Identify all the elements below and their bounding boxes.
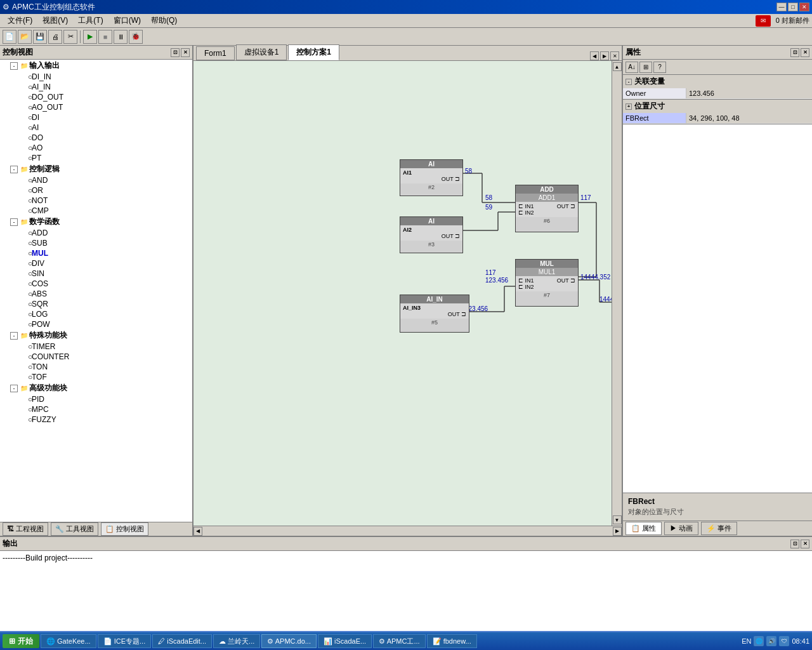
- tab-virtual-device[interactable]: 虚拟设备1: [236, 44, 287, 60]
- props-tab-animation[interactable]: ▶ 动画: [664, 522, 698, 535]
- tab-scroll-right[interactable]: ▶: [600, 51, 609, 60]
- tree-item-tof[interactable]: ○TOF: [0, 372, 192, 382]
- menu-file[interactable]: 文件(F): [3, 14, 37, 27]
- menu-tools[interactable]: 工具(T): [73, 14, 108, 27]
- block-ai1[interactable]: AI AI1 OUT ⊐ #2: [400, 159, 463, 196]
- expand-输入输出[interactable]: -: [10, 62, 18, 70]
- expand-控制逻辑[interactable]: -: [10, 166, 18, 173]
- tree-item-abs[interactable]: ○ABS: [0, 289, 192, 299]
- menu-view[interactable]: 视图(V): [37, 14, 73, 27]
- print-button[interactable]: 🖨: [48, 30, 62, 44]
- tab-control-view[interactable]: 📋 控制视图: [101, 522, 148, 536]
- scroll-down-btn[interactable]: ▼: [613, 515, 622, 524]
- tab-form1[interactable]: Form1: [196, 46, 235, 60]
- tree-item-特殊功能块[interactable]: -📁特殊功能块: [0, 329, 192, 342]
- block-add1[interactable]: ADD ADD1 ⊏ IN1OUT ⊐ ⊏ IN2 #6: [515, 185, 579, 232]
- tree-item-输入输出[interactable]: -📁输入输出: [0, 60, 192, 72]
- minimize-button[interactable]: —: [776, 3, 787, 11]
- tree-item-pt[interactable]: ○PT: [0, 153, 192, 163]
- props-float-btn[interactable]: ⊡: [790, 48, 799, 57]
- tree-item-sin[interactable]: ○SIN: [0, 269, 192, 279]
- props-expand-position[interactable]: +: [625, 103, 632, 110]
- save-button[interactable]: 💾: [33, 30, 47, 44]
- taskbar-ice[interactable]: 📄 ICE专题...: [98, 634, 152, 648]
- props-section-related-header[interactable]: - 关联变量: [623, 75, 812, 88]
- expand-特殊功能块[interactable]: -: [10, 332, 18, 340]
- maximize-button[interactable]: □: [788, 3, 798, 11]
- tree-item-div[interactable]: ○DIV: [0, 258, 192, 269]
- taskbar-iscadae[interactable]: 📊 iScadaE...: [318, 634, 372, 648]
- tree-item-ai_in[interactable]: ○AI_IN: [0, 82, 192, 92]
- taskbar-fbdnew[interactable]: 📝 fbdnew...: [427, 634, 477, 648]
- stop-button[interactable]: ■: [98, 30, 112, 44]
- taskbar-lanling[interactable]: ☁ 兰岭天...: [213, 634, 260, 648]
- tree-item-di_in[interactable]: ○DI_IN: [0, 72, 192, 82]
- taskbar-iscadaedit[interactable]: 🖊 iScadaEdit...: [152, 634, 212, 648]
- expand-数学函数[interactable]: -: [10, 218, 18, 226]
- tree-item-pid[interactable]: ○PID: [0, 394, 192, 404]
- taskbar-apmc-do[interactable]: ⚙ APMC.do...: [261, 634, 317, 648]
- tree-item-timer[interactable]: ○TIMER: [0, 342, 192, 352]
- taskbar-gatekee[interactable]: 🌐 GateKee...: [41, 634, 96, 648]
- block-mul1[interactable]: MUL MUL1 ⊏ IN1OUT ⊐ ⊏ IN2 #7: [515, 259, 579, 307]
- scroll-right-btn[interactable]: ▶: [613, 527, 622, 536]
- menu-window[interactable]: 窗口(W): [108, 14, 146, 27]
- tree-item-ao_out[interactable]: ○AO_OUT: [0, 102, 192, 112]
- props-sort-category[interactable]: ⊞: [639, 62, 652, 73]
- expand-高级功能块[interactable]: -: [10, 385, 18, 392]
- props-expand-related[interactable]: -: [625, 79, 632, 85]
- panel-float-btn[interactable]: ⊡: [171, 48, 180, 57]
- run-button[interactable]: ▶: [83, 30, 97, 44]
- tab-project-view[interactable]: 🏗 工程视图: [3, 522, 48, 536]
- tree-item-fuzzy[interactable]: ○FUZZY: [0, 415, 192, 425]
- tree-item-sqr[interactable]: ○SQR: [0, 299, 192, 309]
- cut-button[interactable]: ✂: [63, 30, 77, 44]
- tree-item-mul[interactable]: ○MUL: [0, 248, 192, 258]
- tree-item-do_out[interactable]: ○DO_OUT: [0, 92, 192, 102]
- tab-scroll-left[interactable]: ◀: [590, 51, 599, 60]
- tree-item-and[interactable]: ○AND: [0, 175, 192, 185]
- tree-item-sub[interactable]: ○SUB: [0, 238, 192, 248]
- menu-help[interactable]: 帮助(Q): [146, 14, 182, 27]
- tree-item-pow[interactable]: ○POW: [0, 319, 192, 329]
- tab-control-scheme[interactable]: 控制方案1: [288, 44, 339, 60]
- props-close-btn[interactable]: ✕: [801, 48, 809, 57]
- props-tab-properties[interactable]: 📋 属性: [625, 522, 662, 535]
- tree-item-高级功能块[interactable]: -📁高级功能块: [0, 382, 192, 394]
- props-help[interactable]: ?: [653, 62, 666, 73]
- panel-close-btn[interactable]: ✕: [181, 48, 190, 57]
- tree-item-log[interactable]: ○LOG: [0, 309, 192, 319]
- tab-tool-view[interactable]: 🔧 工具视图: [51, 522, 98, 536]
- props-sort-alpha[interactable]: A↓: [625, 62, 638, 73]
- open-button[interactable]: 📂: [18, 30, 32, 44]
- tree-item-do[interactable]: ○DO: [0, 133, 192, 143]
- design-canvas[interactable]: 58 58 59 117 117 123.456 123.456 14444.3…: [193, 61, 622, 526]
- close-button[interactable]: ✕: [799, 3, 809, 11]
- block-ai-in3[interactable]: AI_IN AI_IN3 OUT ⊐ #5: [400, 295, 469, 333]
- tree-item-ton[interactable]: ○TON: [0, 362, 192, 372]
- tree-item-not[interactable]: ○NOT: [0, 196, 192, 206]
- tree-item-add[interactable]: ○ADD: [0, 228, 192, 238]
- tree-item-控制逻辑[interactable]: -📁控制逻辑: [0, 163, 192, 175]
- debug-button[interactable]: 🐞: [129, 30, 143, 44]
- tree-item-di[interactable]: ○DI: [0, 112, 192, 123]
- start-button[interactable]: ⊞ 开始: [3, 634, 39, 648]
- props-tab-events[interactable]: ⚡ 事件: [701, 522, 737, 535]
- output-close-btn[interactable]: ✕: [801, 540, 809, 548]
- tree-item-mpc[interactable]: ○MPC: [0, 404, 192, 415]
- taskbar-apmc-gong[interactable]: ⚙ APMC工...: [373, 634, 425, 648]
- tree-item-counter[interactable]: ○COUNTER: [0, 352, 192, 362]
- props-fbrect-val[interactable]: 34, 296, 100, 48: [686, 113, 812, 123]
- tree-item-ao[interactable]: ○AO: [0, 143, 192, 153]
- tree-item-ai[interactable]: ○AI: [0, 123, 192, 133]
- block-ai2[interactable]: AI AI2 OUT ⊐ #3: [400, 216, 463, 253]
- props-section-position-header[interactable]: + 位置尺寸: [623, 100, 812, 113]
- tree-item-cos[interactable]: ○COS: [0, 279, 192, 289]
- output-float-btn[interactable]: ⊡: [790, 540, 799, 548]
- scroll-up-btn[interactable]: ▲: [613, 62, 622, 71]
- tree-item-数学函数[interactable]: -📁数学函数: [0, 216, 192, 228]
- props-owner-val[interactable]: 123.456: [686, 88, 812, 98]
- scroll-left-btn[interactable]: ◀: [193, 527, 202, 536]
- tree-item-cmp[interactable]: ○CMP: [0, 206, 192, 216]
- new-button[interactable]: 📄: [3, 30, 16, 44]
